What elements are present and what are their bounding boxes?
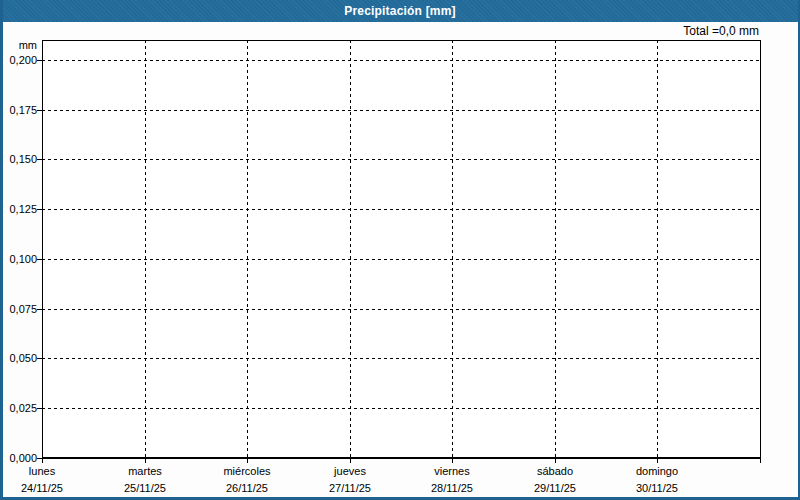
svg-text:0,100: 0,100: [9, 253, 37, 265]
svg-text:25/11/25: 25/11/25: [124, 482, 166, 494]
svg-text:0,125: 0,125: [9, 203, 37, 215]
svg-text:miércoles: miércoles: [223, 465, 271, 477]
svg-text:29/11/25: 29/11/25: [534, 482, 576, 494]
svg-text:viernes: viernes: [434, 465, 470, 477]
svg-text:martes: martes: [128, 465, 162, 477]
svg-text:sábado: sábado: [537, 465, 573, 477]
svg-text:28/11/25: 28/11/25: [431, 482, 473, 494]
svg-text:jueves: jueves: [333, 465, 366, 477]
svg-text:24/11/25: 24/11/25: [21, 482, 63, 494]
svg-text:26/11/25: 26/11/25: [226, 482, 268, 494]
svg-text:0,150: 0,150: [9, 153, 37, 165]
svg-text:0,000: 0,000: [9, 452, 37, 464]
svg-text:mm: mm: [19, 39, 37, 51]
svg-text:27/11/25: 27/11/25: [329, 482, 371, 494]
svg-text:0,050: 0,050: [9, 352, 37, 364]
window-title: Precipitación [mm]: [344, 4, 456, 18]
svg-text:0,200: 0,200: [9, 54, 37, 66]
svg-text:lunes: lunes: [29, 465, 56, 477]
svg-text:30/11/25: 30/11/25: [636, 482, 678, 494]
svg-text:0,175: 0,175: [9, 104, 37, 116]
total-label: Total =0,0 mm: [683, 24, 759, 38]
svg-text:0,075: 0,075: [9, 303, 37, 315]
precipitation-window: Precipitación [mm] Total =0,0 mm 0,2000,…: [0, 0, 800, 500]
precipitation-chart: 0,2000,1750,1500,1250,1000,0750,0500,025…: [0, 0, 800, 500]
svg-text:domingo: domingo: [636, 465, 678, 477]
window-titlebar: Precipitación [mm]: [0, 0, 800, 22]
svg-text:0,025: 0,025: [9, 402, 37, 414]
